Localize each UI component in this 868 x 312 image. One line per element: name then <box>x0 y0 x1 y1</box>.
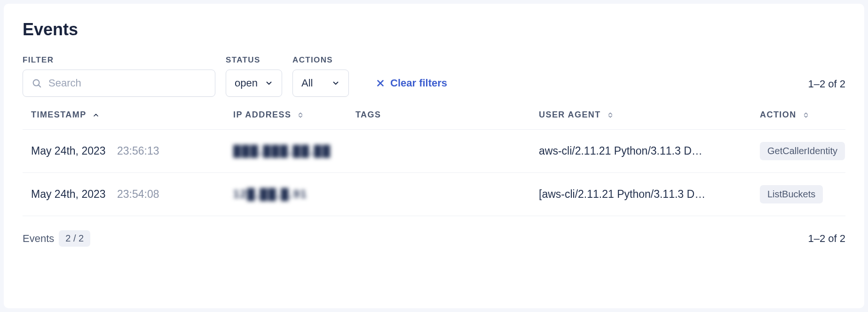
filter-block-actions: ACTIONS All <box>292 55 349 97</box>
action-badge: ListBuckets <box>760 185 823 203</box>
table-header: TIMESTAMP IP ADDRESS TAGS USER AGENT <box>23 110 845 130</box>
pagination-top: 1–2 of 2 <box>808 78 845 90</box>
actions-select-value: All <box>301 77 313 89</box>
count-badge: 2 / 2 <box>59 230 90 247</box>
filter-block-search: FILTER <box>23 55 215 97</box>
actions-select[interactable]: All <box>292 70 349 97</box>
cell-timestamp: May 24th, 2023 23:54:08 <box>31 188 233 201</box>
footer-events-word: Events <box>23 233 54 245</box>
pagination-bottom: 1–2 of 2 <box>808 233 845 245</box>
th-tags-label: TAGS <box>355 110 381 120</box>
filter-block-status: STATUS open <box>226 55 282 97</box>
th-action-label: ACTION <box>760 110 797 120</box>
th-ua-label: USER AGENT <box>539 110 601 120</box>
sort-icon <box>802 111 810 119</box>
events-panel: Events FILTER STATUS open ACTIONS <box>4 4 864 308</box>
cell-action: GetCallerIdentity <box>760 142 845 160</box>
footer-events-count: Events 2 / 2 <box>23 230 90 247</box>
search-input[interactable] <box>48 77 206 89</box>
table-footer: Events 2 / 2 1–2 of 2 <box>23 230 845 247</box>
filter-label: FILTER <box>23 55 215 65</box>
action-badge: GetCallerIdentity <box>760 142 845 160</box>
search-icon <box>32 78 42 88</box>
svg-line-1 <box>39 85 40 87</box>
filter-row: FILTER STATUS open ACTIONS All <box>23 55 845 97</box>
cell-user-agent: [aws-cli/2.11.21 Python/3.11.3 D… <box>539 188 741 201</box>
chevron-down-icon <box>265 79 273 87</box>
sort-icon <box>607 111 614 119</box>
close-icon <box>375 78 386 88</box>
th-action[interactable]: ACTION <box>760 110 837 120</box>
cell-action: ListBuckets <box>760 185 837 203</box>
table-body: May 24th, 2023 23:56:13 ███.███.██.██ aw… <box>23 130 845 216</box>
status-label: STATUS <box>226 55 282 65</box>
th-user-agent[interactable]: USER AGENT <box>539 110 760 120</box>
th-timestamp-label: TIMESTAMP <box>31 110 87 120</box>
table-row[interactable]: May 24th, 2023 23:54:08 12█.██.█.91 [aws… <box>23 173 845 216</box>
timestamp-time: 23:56:13 <box>117 145 159 157</box>
th-timestamp[interactable]: TIMESTAMP <box>31 110 233 120</box>
timestamp-time: 23:54:08 <box>117 188 159 200</box>
chevron-down-icon <box>331 79 340 87</box>
cell-timestamp: May 24th, 2023 23:56:13 <box>31 145 233 157</box>
sort-icon <box>297 111 304 119</box>
timestamp-date: May 24th, 2023 <box>31 188 106 200</box>
th-tags[interactable]: TAGS <box>355 110 539 120</box>
events-table: TIMESTAMP IP ADDRESS TAGS USER AGENT <box>23 110 845 216</box>
chevron-up-icon <box>92 111 100 119</box>
cell-ip: 12█.██.█.91 <box>233 188 355 201</box>
th-ip-label: IP ADDRESS <box>233 110 291 120</box>
table-row[interactable]: May 24th, 2023 23:56:13 ███.███.██.██ aw… <box>23 130 845 173</box>
cell-ip: ███.███.██.██ <box>233 145 355 157</box>
th-ip[interactable]: IP ADDRESS <box>233 110 355 120</box>
page-title: Events <box>23 20 845 39</box>
search-input-wrap[interactable] <box>23 70 215 97</box>
status-select[interactable]: open <box>226 70 282 97</box>
timestamp-date: May 24th, 2023 <box>31 145 106 157</box>
actions-label: ACTIONS <box>292 55 349 65</box>
clear-filters-button[interactable]: Clear filters <box>375 70 447 97</box>
clear-filters-label: Clear filters <box>390 77 447 89</box>
cell-user-agent: aws-cli/2.11.21 Python/3.11.3 D… <box>539 145 741 157</box>
status-select-value: open <box>235 77 258 89</box>
